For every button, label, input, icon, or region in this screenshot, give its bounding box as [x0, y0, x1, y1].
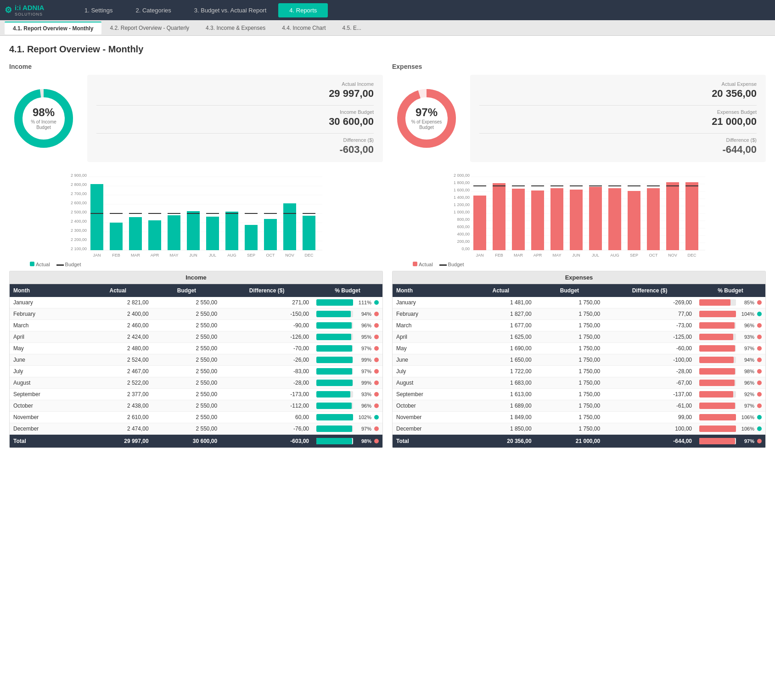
expenses-diff-val: -644,00	[479, 144, 757, 156]
income-budget-val: 30 600,00	[96, 116, 374, 128]
cell-budget: 1 750,00	[535, 354, 604, 366]
expenses-stats-box: Actual Expense 20 356,00 Expenses Budget…	[470, 75, 766, 162]
cell-actual: 1 722,00	[466, 366, 535, 377]
expenses-section-label: Expenses	[392, 63, 766, 70]
svg-text:SEP: SEP	[247, 253, 255, 258]
cell-total-diff: -644,00	[604, 435, 696, 448]
expenses-budget-stat: Expenses Budget 21 000,00	[479, 109, 757, 128]
sub-tab-quarterly[interactable]: 4.2. Report Overview - Quarterly	[101, 22, 197, 34]
exp-bar-apr	[531, 190, 544, 250]
svg-text:200,00: 200,00	[457, 239, 470, 244]
table-row: June 1 650,00 1 750,00 -100,00 94%	[393, 354, 765, 366]
cell-diff: 60,00	[221, 412, 313, 423]
cell-month: March	[393, 320, 466, 331]
table-row: March 2 460,00 2 550,00 -90,00 96%	[10, 320, 382, 331]
sub-tab-monthly[interactable]: 4.1. Report Overview - Monthly	[5, 22, 101, 34]
expenses-donut-chart: 97% % of ExpensesBudget	[392, 84, 461, 153]
cell-budget: 2 550,00	[152, 354, 221, 366]
cell-diff: -126,00	[221, 331, 313, 343]
svg-text:JUN: JUN	[189, 253, 197, 258]
cell-month: November	[393, 412, 466, 423]
svg-point-46	[401, 93, 452, 144]
exp-col-month: Month	[393, 284, 466, 297]
table-row: January 1 481,00 1 750,00 -269,00 85%	[393, 297, 765, 308]
cell-pct-bar: 97%	[313, 366, 382, 377]
svg-text:2 000,00: 2 000,00	[454, 173, 470, 178]
nav-tab-reports[interactable]: 4. Reports	[278, 3, 328, 17]
svg-text:400,00: 400,00	[457, 232, 470, 236]
svg-text:1 800,00: 1 800,00	[454, 180, 470, 185]
cell-budget: 2 550,00	[152, 400, 221, 412]
cell-month: September	[10, 389, 84, 400]
cell-pct-bar: 96%	[313, 400, 382, 412]
svg-text:OCT: OCT	[266, 253, 275, 258]
nav-tab-categories[interactable]: 2. Categories	[124, 3, 182, 17]
cell-pct-bar: 97%	[696, 400, 765, 412]
income-bar-jun	[187, 211, 200, 250]
income-legend-budget: Budget	[56, 262, 81, 267]
svg-text:DEC: DEC	[687, 253, 696, 258]
sub-tab-more[interactable]: 4.5. E...	[334, 22, 370, 34]
cell-actual: 2 424,00	[84, 331, 152, 343]
table-total-row: Total 20 356,00 21 000,00 -644,00 97%	[393, 435, 765, 448]
cell-actual: 2 467,00	[84, 366, 152, 377]
expenses-section: Expenses 97% % of ExpensesBudget	[392, 63, 766, 448]
cell-actual: 2 377,00	[84, 389, 152, 400]
cell-diff: -100,00	[604, 354, 696, 366]
sub-tab-income-expenses[interactable]: 4.3. Income & Expenses	[197, 22, 274, 34]
table-row: June 2 524,00 2 550,00 -26,00 99%	[10, 354, 382, 366]
cell-total-actual: 29 997,00	[84, 435, 152, 448]
cell-month: July	[10, 366, 84, 377]
page-content: 4.1. Report Overview - Monthly Income 98…	[0, 36, 775, 700]
cell-pct-bar: 104%	[696, 308, 765, 320]
table-row: February 1 827,00 1 750,00 77,00 104%	[393, 308, 765, 320]
table-row: May 1 690,00 1 750,00 -60,00 97%	[393, 343, 765, 354]
income-budget-stat: Income Budget 30 600,00	[96, 109, 374, 128]
svg-text:2 800,00: 2 800,00	[71, 182, 87, 187]
income-actual-val: 29 997,00	[96, 88, 374, 100]
table-row: February 2 400,00 2 550,00 -150,00 94%	[10, 308, 382, 320]
cell-diff: 99,00	[604, 412, 696, 423]
cell-diff: -83,00	[221, 366, 313, 377]
svg-text:2 600,00: 2 600,00	[71, 201, 87, 205]
nav-tabs: 1. Settings 2. Categories 3. Budget vs. …	[73, 3, 328, 17]
cell-actual: 1 481,00	[466, 297, 535, 308]
cell-diff: -61,00	[604, 400, 696, 412]
cell-budget: 1 750,00	[535, 343, 604, 354]
svg-text:800,00: 800,00	[457, 217, 470, 222]
cell-total-pct: 98%	[313, 435, 382, 448]
expenses-table: Month Actual Budget Difference ($) % Bud…	[393, 284, 765, 448]
income-bar-oct	[264, 219, 277, 250]
logo: ⚙ i:i ADNIA SOLUTIONS	[5, 4, 60, 17]
table-row: October 1 689,00 1 750,00 -61,00 97%	[393, 400, 765, 412]
cell-budget: 1 750,00	[535, 297, 604, 308]
table-row: January 2 821,00 2 550,00 271,00 111%	[10, 297, 382, 308]
cell-month: May	[10, 343, 84, 354]
cell-diff: -26,00	[221, 354, 313, 366]
cell-actual: 2 460,00	[84, 320, 152, 331]
svg-text:AUG: AUG	[610, 253, 619, 258]
cell-budget: 2 550,00	[152, 331, 221, 343]
expenses-budget-label: Expenses Budget	[479, 109, 757, 115]
cell-pct-bar: 106%	[696, 423, 765, 435]
expenses-actual-stat: Actual Expense 20 356,00	[479, 81, 757, 100]
cell-actual: 2 522,00	[84, 377, 152, 389]
expenses-actual-label: Actual Expense	[479, 81, 757, 87]
cell-pct-bar: 94%	[313, 308, 382, 320]
cell-month: September	[393, 389, 466, 400]
cell-pct-bar: 99%	[313, 354, 382, 366]
table-row: December 1 850,00 1 750,00 100,00 106%	[393, 423, 765, 435]
table-row: August 2 522,00 2 550,00 -28,00 99%	[10, 377, 382, 389]
expenses-chart-legend: Actual Budget	[392, 262, 766, 267]
svg-text:FEB: FEB	[495, 253, 503, 258]
cell-pct-bar: 98%	[696, 366, 765, 377]
nav-tab-settings[interactable]: 1. Settings	[73, 3, 124, 17]
nav-tab-budget[interactable]: 3. Budget vs. Actual Report	[183, 3, 278, 17]
cell-diff: 77,00	[604, 308, 696, 320]
sub-tab-income-chart[interactable]: 4.4. Income Chart	[274, 22, 334, 34]
cell-actual: 1 690,00	[466, 343, 535, 354]
cell-month: July	[393, 366, 466, 377]
cell-diff: -67,00	[604, 377, 696, 389]
income-col-budget: Budget	[152, 284, 221, 297]
cell-pct-bar: 94%	[696, 354, 765, 366]
